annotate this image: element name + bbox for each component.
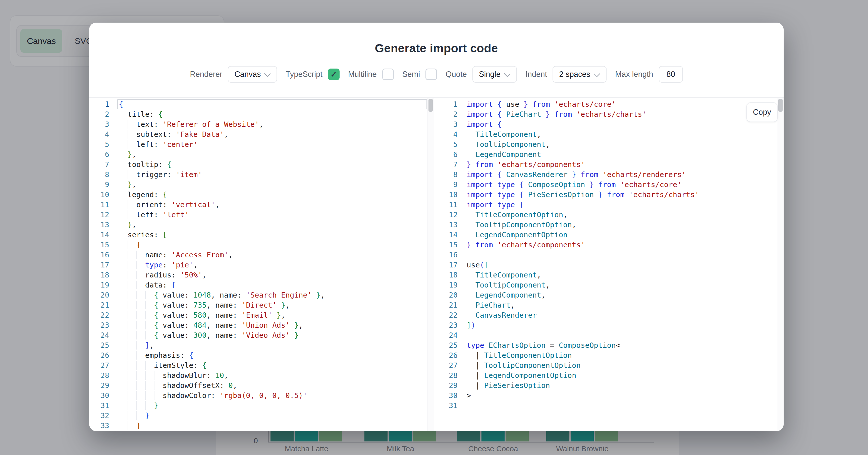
scrollbar-thumb[interactable] — [429, 99, 433, 112]
chevron-down-icon — [504, 70, 510, 77]
code-content[interactable]: import { use } from 'echarts/core'import… — [462, 98, 784, 431]
semi-checkbox[interactable] — [426, 69, 437, 80]
line-number: 30 — [445, 390, 458, 400]
code-line: type: 'pie', — [119, 260, 434, 270]
code-line: import { use } from 'echarts/core' — [467, 99, 784, 109]
typescript-checkbox[interactable]: ✓ — [328, 69, 340, 80]
code-line: shadowColor: 'rgba(0, 0, 0, 0.5)' — [119, 390, 434, 400]
code-line: }, — [119, 150, 434, 159]
line-number: 23 — [445, 320, 458, 330]
line-number: 9 — [445, 180, 458, 190]
code-line: { value: 735, name: 'Direct' }, — [119, 300, 434, 310]
code-line: CanvasRenderer — [467, 310, 784, 320]
generate-import-code-dialog: Generate import code Renderer Canvas Typ… — [89, 23, 784, 431]
code-line: ], — [119, 340, 434, 350]
code-line: LegendComponent — [467, 150, 784, 159]
code-line — [467, 400, 784, 411]
code-line: | TooltipComponentOption — [467, 360, 784, 370]
line-number: 31 — [445, 400, 458, 411]
import-code-editor[interactable]: 1234567891011121314151617181920212223242… — [445, 98, 784, 431]
code-line: left: 'center' — [119, 139, 434, 150]
line-number: 10 — [445, 190, 458, 200]
renderer-select[interactable]: Canvas — [228, 66, 277, 83]
code-line: | LegendComponentOption — [467, 370, 784, 381]
scrollbar-thumb[interactable] — [778, 99, 783, 112]
max-length-input[interactable]: 80 — [659, 66, 683, 83]
line-number: 21 — [89, 300, 109, 310]
line-number: 27 — [445, 360, 458, 370]
code-line: TitleComponent, — [467, 270, 784, 280]
code-line: import { CanvasRenderer } from 'echarts/… — [467, 169, 784, 180]
line-number: 4 — [89, 129, 109, 139]
line-number: 3 — [89, 119, 109, 129]
line-number: 22 — [445, 310, 458, 320]
code-line: title: { — [119, 109, 434, 119]
line-number-gutter: 1234567891011121314151617181920212223242… — [89, 98, 114, 431]
line-number: 20 — [89, 290, 109, 300]
line-number: 11 — [89, 200, 109, 210]
code-line: TitleComponent, — [467, 129, 784, 139]
multiline-checkbox[interactable] — [382, 69, 394, 80]
line-number: 23 — [89, 320, 109, 330]
scrollbar[interactable] — [427, 98, 434, 431]
line-number: 8 — [445, 169, 458, 180]
line-number: 1 — [445, 99, 458, 109]
code-line: }, — [119, 180, 434, 190]
line-number: 28 — [445, 370, 458, 381]
quote-label: Quote — [445, 70, 467, 79]
line-number: 18 — [445, 270, 458, 280]
line-number: 15 — [89, 240, 109, 250]
line-number-gutter: 1234567891011121314151617181920212223242… — [445, 98, 462, 431]
code-line: PieChart, — [467, 300, 784, 310]
option-code-editor[interactable]: 1234567891011121314151617181920212223242… — [89, 98, 434, 431]
line-number: 21 — [445, 300, 458, 310]
line-number: 17 — [89, 260, 109, 270]
code-line: type EChartsOption = ComposeOption< — [467, 340, 784, 350]
code-line: text: 'Referer of a Website', — [119, 119, 434, 129]
line-number: 5 — [89, 139, 109, 150]
code-line: TooltipComponent, — [467, 139, 784, 150]
line-number: 16 — [445, 250, 458, 260]
code-line: } from 'echarts/components' — [467, 240, 784, 250]
line-number: 19 — [445, 280, 458, 290]
line-number: 26 — [445, 350, 458, 360]
line-number: 6 — [445, 150, 458, 159]
copy-button[interactable]: Copy — [746, 102, 778, 122]
code-line: { — [119, 240, 434, 250]
code-line: import { PieChart } from 'echarts/charts… — [467, 109, 784, 119]
code-line: | TitleComponentOption — [467, 350, 784, 360]
scrollbar[interactable] — [777, 98, 784, 431]
line-number: 18 — [89, 270, 109, 280]
quote-select[interactable]: Single — [472, 66, 517, 83]
line-number: 14 — [445, 230, 458, 240]
code-line: } — [119, 421, 434, 431]
line-number: 25 — [89, 340, 109, 350]
renderer-label: Renderer — [190, 70, 222, 79]
code-line: ]) — [467, 320, 784, 330]
code-line: shadowOffsetX: 0, — [119, 381, 434, 390]
line-number: 10 — [89, 190, 109, 200]
line-number: 12 — [445, 210, 458, 220]
line-number: 27 — [89, 360, 109, 370]
code-line: tooltip: { — [119, 159, 434, 169]
line-number: 29 — [89, 381, 109, 390]
renderer-select-value: Canvas — [234, 70, 261, 79]
code-line: series: [ — [119, 230, 434, 240]
code-line: { — [117, 99, 427, 109]
line-number: 26 — [89, 350, 109, 360]
code-line: { value: 300, name: 'Video Ads' } — [119, 330, 434, 340]
line-number: 22 — [89, 310, 109, 320]
code-line: LegendComponentOption — [467, 230, 784, 240]
line-number: 14 — [89, 230, 109, 240]
indent-select[interactable]: 2 spaces — [553, 66, 607, 83]
code-line: TooltipComponentOption, — [467, 220, 784, 230]
line-number: 9 — [89, 180, 109, 190]
line-number: 24 — [445, 330, 458, 340]
code-content[interactable]: { title: { text: 'Referer of a Website',… — [114, 98, 434, 431]
indent-label: Indent — [525, 70, 547, 79]
line-number: 8 — [89, 169, 109, 180]
line-number: 13 — [89, 220, 109, 230]
line-number: 16 — [89, 250, 109, 260]
code-line: { value: 484, name: 'Union Ads' }, — [119, 320, 434, 330]
line-number: 33 — [89, 421, 109, 431]
